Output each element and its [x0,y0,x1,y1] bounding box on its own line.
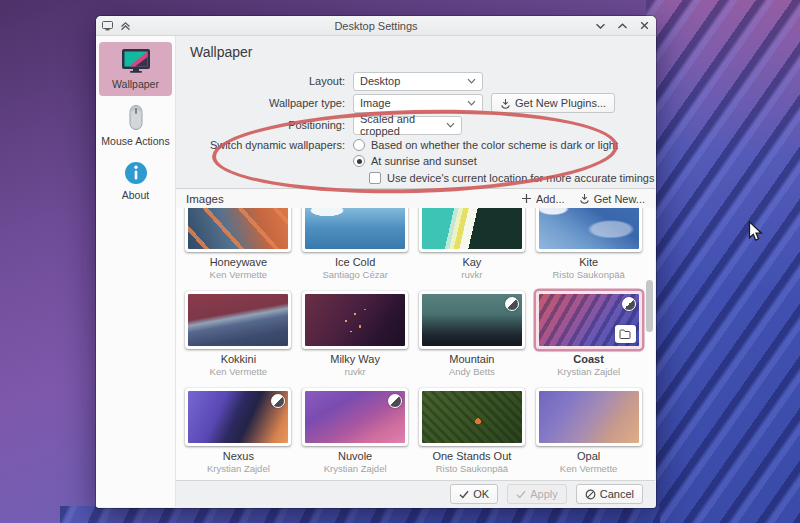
wallpaper-author: Risto Saukonpää [436,463,508,474]
wallpaper-author: Santiago Cézar [322,269,387,280]
desktop-wallpaper-right [646,0,800,523]
radio-sunrise-sunset[interactable] [353,155,365,167]
sidebar-item-mouse-actions[interactable]: Mouse Actions [99,98,172,153]
wallpaper-author: Ken Vermette [210,366,268,377]
apply-button-label: Apply [530,488,558,500]
wallpaper-name: Nuvole [338,450,372,462]
positioning-select[interactable]: Scaled and cropped [353,116,462,135]
images-section-header: Images Add... Get New... [176,188,655,208]
wallpaper-name: Kite [579,256,598,268]
wallpaper-name: Kay [462,256,481,268]
dynamic-wallpapers-row: Switch dynamic wallpapers: Based on whet… [176,136,655,153]
chevron-down-icon [467,78,476,84]
info-icon [124,161,148,185]
sidebar-item-label: Mouse Actions [101,135,169,147]
wallpaper-thumbnail [539,208,639,249]
wallpaper-type-row: Wallpaper type: Image Get New Plugins... [176,92,655,114]
layout-value: Desktop [360,75,467,87]
keep-above-icon[interactable] [119,20,131,32]
wallpaper-type-select[interactable]: Image [353,94,483,113]
cancel-button[interactable]: Cancel [576,484,643,504]
wallpaper-tile[interactable]: Opal Ken Vermette [530,388,647,480]
wallpaper-tile[interactable]: Milky Way ruvkr [297,291,414,388]
wallpaper-name: Opal [577,450,600,462]
wallpaper-tile[interactable]: Honeywave Ken Vermette [180,208,297,291]
minimize-icon[interactable] [594,20,606,32]
wallpaper-tile[interactable]: Mountain Andy Betts [414,291,531,388]
download-icon [579,193,590,204]
wallpaper-thumbnail [539,294,639,346]
get-new-plugins-label: Get New Plugins... [515,97,606,109]
chevron-down-icon [467,100,476,106]
scrollbar-handle[interactable] [646,280,653,332]
plus-icon [521,193,532,204]
wallpaper-tile[interactable]: Kokkini Ken Vermette [180,291,297,388]
scrollbar-track[interactable] [646,210,654,478]
wallpaper-tile[interactable]: One Stands Out Risto Saukonpää [414,388,531,480]
mouse-icon [126,104,146,131]
sidebar-item-wallpaper[interactable]: Wallpaper [99,42,172,96]
wallpaper-tile[interactable]: Nexus Krystian Zajdel [180,388,297,480]
wallpaper-grid-viewport: Honeywave Ken Vermette Ice Cold Santiago… [176,208,655,480]
layout-select[interactable]: Desktop [353,72,483,91]
wallpaper-author: Ken Vermette [210,269,268,280]
wallpaper-tile[interactable]: Kay ruvkr [414,208,531,291]
open-containing-folder-button[interactable] [615,325,636,343]
wallpaper-thumbnail [539,391,639,443]
sidebar: Wallpaper Mouse Actions [96,36,176,507]
wallpaper-grid: Honeywave Ken Vermette Ice Cold Santiago… [176,208,655,480]
positioning-value: Scaled and cropped [360,113,446,137]
radio-color-scheme[interactable] [353,139,365,151]
wallpaper-name: Nexus [223,450,254,462]
get-new-button[interactable]: Get New... [579,193,645,205]
wallpaper-tile[interactable]: Coast Krystian Zajdel [530,291,647,388]
desktop-wallpaper-bottom [60,506,660,523]
wallpaper-thumbnail [305,294,405,346]
dynamic-wallpaper-badge-icon [388,394,402,408]
sidebar-item-label: Wallpaper [112,78,159,90]
radio-sunrise-sunset-label[interactable]: At sunrise and sunset [371,155,477,167]
wallpaper-tile[interactable]: Nuvole Krystian Zajdel [297,388,414,480]
titlebar[interactable]: Desktop Settings [96,16,656,36]
close-icon[interactable] [638,20,650,32]
maximize-icon[interactable] [616,20,628,32]
wallpaper-thumbnail [422,208,522,249]
get-new-plugins-button[interactable]: Get New Plugins... [491,93,615,113]
wallpaper-author: ruvkr [461,269,482,280]
wallpaper-name: Kokkini [221,353,256,365]
wallpaper-tile[interactable]: Kite Risto Saukonpää [530,208,647,291]
layout-label: Layout: [176,75,345,87]
wallpaper-thumbnail [188,294,288,346]
wallpaper-thumbnail [305,208,405,249]
checkbox-device-location[interactable] [369,172,381,184]
folder-icon [619,329,631,339]
sunrise-row: At sunrise and sunset [176,153,655,169]
chevron-down-icon [446,122,455,128]
radio-color-scheme-label[interactable]: Based on whether the color scheme is dar… [371,139,618,151]
wallpaper-thumbnail [188,391,288,443]
wallpaper-monitor-icon [120,48,152,74]
cancel-icon [585,489,596,500]
page-title: Wallpaper [190,44,253,60]
check-icon [459,490,469,499]
dynamic-wallpaper-badge-icon [505,297,519,311]
sidebar-item-about[interactable]: About [99,155,172,207]
ok-button[interactable]: OK [450,484,498,504]
dialog-footer: OK Apply Cancel [176,480,655,507]
add-button[interactable]: Add... [521,193,565,205]
wallpaper-name: One Stands Out [432,450,511,462]
positioning-label: Positioning: [176,119,345,131]
cancel-button-label: Cancel [600,488,634,500]
layout-row: Layout: Desktop [176,70,655,92]
download-icon [500,98,511,109]
wallpaper-author: Ken Vermette [560,463,618,474]
wallpaper-type-value: Image [360,97,467,109]
apply-button[interactable]: Apply [507,484,567,504]
checkbox-device-location-label[interactable]: Use device's current location for more a… [387,172,654,184]
wallpaper-tile[interactable]: Ice Cold Santiago Cézar [297,208,414,291]
wallpaper-name: Honeywave [210,256,267,268]
images-section-title: Images [186,193,224,205]
window-title: Desktop Settings [96,20,656,32]
main-panel: Wallpaper Layout: Desktop Wallpaper type… [176,36,655,507]
ok-button-label: OK [473,488,489,500]
